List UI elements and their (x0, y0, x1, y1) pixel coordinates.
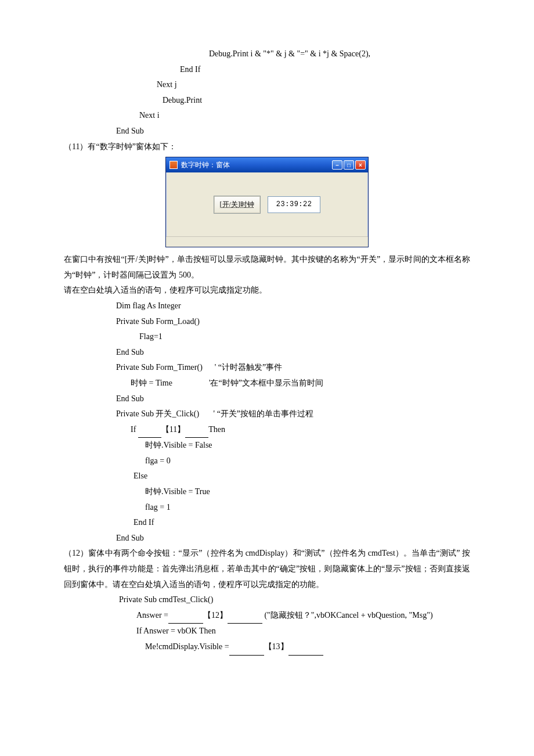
code-line: Next i (64, 108, 470, 124)
q11-paragraph2: 请在空白处填入适当的语句，使程序可以完成指定功能。 (64, 283, 470, 298)
code-line: Private Sub Form_Load() (64, 314, 470, 330)
toggle-clock-button[interactable]: [开/关]时钟 (214, 196, 261, 214)
maximize-button[interactable]: □ (344, 160, 354, 170)
code-line-blank-11: If 【11】 Then (64, 422, 470, 438)
window-title: 数字时钟：窗体 (181, 159, 230, 172)
minimize-button[interactable]: – (332, 160, 342, 170)
q11-paragraph1: 在窗口中有按钮“[开/关]时钟”，单击按钮可以显示或隐藏时钟。其中按键的名称为“… (64, 252, 470, 283)
close-button[interactable]: × (355, 160, 366, 170)
code-line: End Sub (64, 124, 470, 139)
code-line-blank-12: Answer = 【12】 ("隐藏按钮？",vbOKCancel + vbQu… (64, 608, 470, 624)
window-statusbar (166, 236, 368, 247)
clock-textbox: 23:39:22 (268, 196, 321, 213)
code-line: End Sub (64, 345, 470, 361)
code-line: End Sub (64, 391, 470, 407)
code-line: Flag=1 (64, 329, 470, 345)
code-line: Debug.Print i & "*" & j & "=" & i *j & S… (64, 46, 470, 62)
code-line: Private Sub 开关_Click() ' “开关”按钮的单击事件过程 (64, 406, 470, 422)
code-line: Debug.Print (64, 93, 470, 109)
code-line: Private Sub cmdTest_Click() (64, 592, 470, 608)
code-line: 时钟 = Time '在“时钟”文本框中显示当前时间 (64, 376, 470, 391)
code-line: End Sub (64, 531, 470, 546)
codeblock-q11: Dim flag As Integer Private Sub Form_Loa… (64, 298, 470, 546)
window-screenshot: 数字时钟：窗体 – □ × [开/关]时钟 23:39:22 (64, 157, 470, 247)
code-line: 时钟.Visible = True (64, 484, 470, 500)
code-line: End If (64, 515, 470, 531)
code-line: 时钟.Visible = False (64, 438, 470, 453)
code-line: Next j (64, 77, 470, 93)
form-icon (169, 161, 178, 169)
code-line: If Answer = vbOK Then (64, 624, 470, 639)
code-line: flga = 0 (64, 453, 470, 469)
codeblock-top: Debug.Print i & "*" & j & "=" & i *j & S… (64, 46, 470, 139)
q11-heading: （11）有“数字时钟”窗体如下： (64, 139, 470, 155)
code-line: Else (64, 469, 470, 484)
code-line: End If (64, 62, 470, 78)
codeblock-q12: Private Sub cmdTest_Click() Answer = 【12… (64, 592, 470, 655)
q12-paragraph: （12）窗体中有两个命令按钮：“显示”（控件名为 cmdDisplay）和“测试… (64, 546, 470, 592)
code-line-blank-13: Me!cmdDisplay.Visible = 【13】 (64, 639, 470, 656)
code-line: Private Sub Form_Timer() ' “计时器触发”事件 (64, 360, 470, 376)
code-line: Dim flag As Integer (64, 298, 470, 314)
code-line: flag = 1 (64, 500, 470, 516)
